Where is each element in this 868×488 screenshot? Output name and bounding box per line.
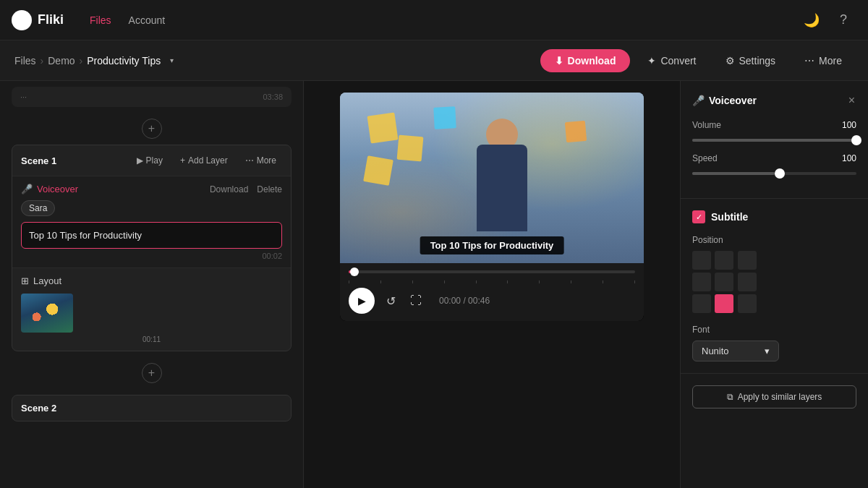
video-wrapper: Top 10 Tips for Productivity xyxy=(340,93,644,321)
position-label: Position xyxy=(692,235,856,245)
voiceover-timestamp: 00:02 xyxy=(21,252,282,260)
dark-mode-button[interactable]: 🌙 xyxy=(799,7,825,33)
fullscreen-button[interactable]: ⛶ xyxy=(407,291,425,310)
nav-account[interactable]: Account xyxy=(120,10,174,30)
tick-9 xyxy=(603,281,603,283)
more-button[interactable]: ⋯ More xyxy=(793,49,854,72)
add-scene-button-1[interactable]: + xyxy=(0,113,303,145)
subtitle-checkbox[interactable]: ✓ xyxy=(692,210,705,223)
layout-thumbnail-image xyxy=(21,294,73,333)
layout-header: ⊞ Layout xyxy=(21,275,282,286)
grid-icon: ⊞ xyxy=(21,275,29,286)
left-panel: ··· 03:38 + Scene 1 ▶ Play + Add Layer xyxy=(0,81,304,488)
progress-thumb[interactable] xyxy=(350,267,359,276)
sticky-note-1 xyxy=(367,113,399,144)
breadcrumb-sep-1: › xyxy=(41,55,44,67)
stub-text: ··· xyxy=(20,93,27,101)
layout-thumbnail[interactable] xyxy=(21,294,73,333)
volume-fill xyxy=(692,139,856,142)
speed-thumb[interactable] xyxy=(775,168,785,179)
pos-cell-6[interactable] xyxy=(738,273,757,291)
tick-2 xyxy=(380,281,381,283)
voiceover-section: 🎤 Voiceover Download Delete Sara Top 10 … xyxy=(12,176,291,268)
pos-cell-7[interactable] xyxy=(692,294,711,313)
speed-row: Speed 100 xyxy=(692,153,856,163)
breadcrumb-demo[interactable]: Demo xyxy=(48,55,75,67)
font-label: Font xyxy=(692,325,856,335)
nav-files[interactable]: Files xyxy=(81,10,120,30)
scene-1-add-layer-button[interactable]: + Add Layer xyxy=(174,153,234,168)
pos-cell-5[interactable] xyxy=(715,273,733,291)
tick-7 xyxy=(539,281,540,283)
progress-ticks xyxy=(349,281,635,283)
subtitle-section: ✓ Subtitle Position Font Nunito ▾ xyxy=(681,199,868,374)
panel-mic-icon: 🎤 xyxy=(692,95,705,106)
scene-1-more-button[interactable]: ⋯ More xyxy=(239,153,282,168)
tick-6 xyxy=(507,281,508,283)
logo-text: Fliki xyxy=(38,12,64,27)
pos-cell-2[interactable] xyxy=(715,251,733,270)
pos-cell-3[interactable] xyxy=(738,251,757,270)
pos-cell-9[interactable] xyxy=(738,294,757,313)
convert-button[interactable]: ✦ Convert xyxy=(636,49,707,72)
volume-thumb[interactable] xyxy=(851,135,861,145)
voiceover-download-link[interactable]: Download xyxy=(210,184,248,194)
video-subtitle: Top 10 Tips for Productivity xyxy=(420,236,564,254)
apply-label: Apply to similar layers xyxy=(738,392,822,402)
apply-to-similar-button[interactable]: ⧉ Apply to similar layers xyxy=(692,385,856,408)
tick-3 xyxy=(412,281,413,283)
chevron-down-icon[interactable]: ▾ xyxy=(165,54,178,67)
add-scene-button-2[interactable]: + xyxy=(0,357,303,389)
speed-slider[interactable] xyxy=(692,172,856,175)
subtitle-label: Subtitle xyxy=(711,211,748,223)
volume-row: Volume 100 xyxy=(692,120,856,130)
panel-close-button[interactable]: × xyxy=(847,93,856,108)
logo[interactable]: ⚙ Fliki xyxy=(12,10,64,30)
sticky-note-5 xyxy=(565,121,587,142)
top-nav: ⚙ Fliki Files Account 🌙 ? xyxy=(0,0,868,40)
apply-section: ⧉ Apply to similar layers xyxy=(681,374,868,420)
voice-name-tag[interactable]: Sara xyxy=(21,200,55,216)
breadcrumb-current[interactable]: Productivity Tips xyxy=(87,55,161,67)
font-value: Nunito xyxy=(702,346,729,356)
add-layer-icon: + xyxy=(180,155,185,166)
progress-bar[interactable] xyxy=(349,270,635,273)
play-icon: ▶ xyxy=(358,295,366,307)
voiceover-header: 🎤 Voiceover Download Delete xyxy=(21,184,282,194)
voiceover-text-box[interactable]: Top 10 Tips for Productivity xyxy=(21,222,282,249)
toolbar: Files › Demo › Productivity Tips ▾ ⬇ Dow… xyxy=(0,40,868,81)
download-button[interactable]: ⬇ Download xyxy=(540,49,631,72)
more-label: More xyxy=(819,55,842,67)
speed-value: 100 xyxy=(842,153,856,163)
breadcrumb-files[interactable]: Files xyxy=(14,55,36,67)
voiceover-properties-panel: 🎤 Voiceover × Volume 100 Speed 100 xyxy=(681,81,868,199)
settings-button[interactable]: ⚙ Settings xyxy=(714,49,788,72)
layout-section: ⊞ Layout 00:11 xyxy=(12,268,291,351)
person-body xyxy=(477,145,527,231)
add-circle-icon-1: + xyxy=(142,119,162,139)
pos-cell-8[interactable] xyxy=(715,294,733,313)
right-panel: 🎤 Voiceover × Volume 100 Speed 100 xyxy=(680,81,868,488)
video-frame: Top 10 Tips for Productivity xyxy=(340,93,644,263)
volume-slider[interactable] xyxy=(692,139,856,142)
video-controls: ▶ ↺ ⛶ 00:00 / 00:46 xyxy=(340,263,644,321)
play-button[interactable]: ▶ xyxy=(349,288,375,314)
current-time: 00:00 xyxy=(439,296,461,306)
voiceover-actions: Download Delete xyxy=(210,184,282,194)
pos-cell-1[interactable] xyxy=(692,251,711,270)
center-panel: Top 10 Tips for Productivity xyxy=(304,81,680,488)
help-button[interactable]: ? xyxy=(830,7,856,33)
replay-button[interactable]: ↺ xyxy=(383,291,399,311)
sticky-note-2 xyxy=(397,135,424,162)
fullscreen-icon: ⛶ xyxy=(410,294,422,307)
sticky-note-4 xyxy=(363,155,393,186)
layout-title: Layout xyxy=(33,275,61,286)
scene-1-play-button[interactable]: ▶ Play xyxy=(131,153,169,168)
pos-cell-4[interactable] xyxy=(692,273,711,291)
stub-time: 03:38 xyxy=(263,93,283,101)
convert-icon: ✦ xyxy=(647,55,656,67)
font-selector[interactable]: Nunito ▾ xyxy=(692,341,779,361)
voiceover-delete-link[interactable]: Delete xyxy=(257,184,282,194)
logo-icon: ⚙ xyxy=(12,10,32,30)
panel-header: 🎤 Voiceover × xyxy=(692,93,856,108)
